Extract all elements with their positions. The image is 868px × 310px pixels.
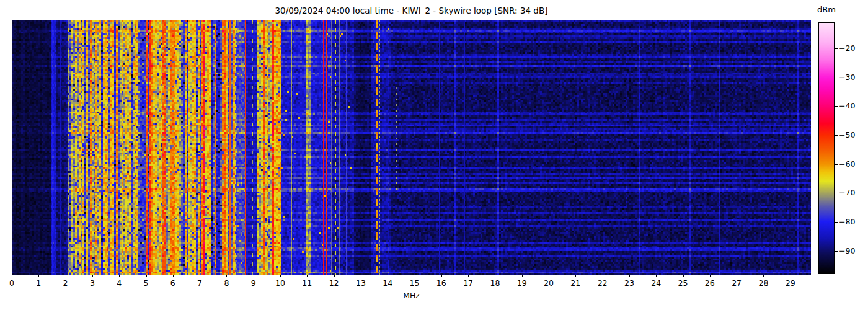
- x-tick-mark: [66, 275, 66, 277]
- x-tick-mark: [763, 275, 764, 277]
- x-axis-spine: [12, 275, 811, 275]
- colorbar-tick-label: −30: [839, 73, 855, 82]
- x-tick-label: 11: [294, 278, 319, 288]
- x-tick-label: 26: [698, 278, 722, 288]
- colorbar-unit-label: dBm: [813, 5, 840, 14]
- x-tick-label: 4: [107, 278, 131, 288]
- colorbar-tick-mark: [835, 164, 838, 165]
- x-axis-label: MHz: [12, 291, 811, 300]
- x-tick-label: 6: [161, 278, 185, 288]
- x-tick-mark: [119, 275, 120, 277]
- x-tick-label: 13: [348, 278, 373, 288]
- x-tick-label: 3: [80, 278, 105, 288]
- x-tick-label: 19: [510, 278, 534, 288]
- x-tick-mark: [495, 275, 495, 277]
- x-tick-mark: [12, 275, 12, 277]
- x-tick-mark: [307, 275, 308, 277]
- x-tick-mark: [146, 275, 147, 277]
- x-tick-mark: [603, 275, 603, 277]
- x-tick-mark: [683, 275, 684, 277]
- x-tick-label: 28: [751, 278, 776, 288]
- colorbar-tick-label: −80: [839, 218, 855, 226]
- x-tick-label: 24: [644, 278, 668, 288]
- x-tick-mark: [226, 275, 227, 277]
- x-tick-mark: [468, 275, 469, 277]
- x-tick-label: 5: [134, 278, 159, 288]
- x-tick-label: 7: [187, 278, 212, 288]
- x-tick-mark: [173, 275, 174, 277]
- x-tick-mark: [522, 275, 523, 277]
- x-tick-mark: [38, 275, 39, 277]
- x-tick-label: 16: [429, 278, 454, 288]
- x-tick-mark: [254, 275, 254, 277]
- colorbar-tick-mark: [835, 78, 838, 78]
- x-tick-label: 25: [671, 278, 696, 288]
- x-tick-mark: [92, 275, 93, 277]
- x-tick-label: 1: [26, 278, 51, 288]
- x-tick-mark: [737, 275, 737, 277]
- colorbar-tick-label: −90: [839, 247, 855, 255]
- x-tick-label: 9: [241, 278, 266, 288]
- x-tick-label: 14: [375, 278, 400, 288]
- x-tick-label: 23: [617, 278, 642, 288]
- colorbar-tick-label: −60: [839, 160, 855, 169]
- x-tick-label: 27: [724, 278, 749, 288]
- x-tick-mark: [415, 275, 415, 277]
- x-tick-mark: [575, 275, 576, 277]
- x-tick-mark: [334, 275, 335, 277]
- x-tick-mark: [629, 275, 630, 277]
- colorbar-tick-label: −70: [839, 188, 855, 197]
- colorbar-tick-mark: [835, 222, 838, 223]
- x-tick-label: 22: [590, 278, 615, 288]
- x-tick-mark: [549, 275, 549, 277]
- x-tick-label: 2: [53, 278, 78, 288]
- colorbar-tick-mark: [835, 251, 838, 252]
- colorbar-tick-label: −40: [839, 102, 855, 110]
- x-tick-label: 0: [0, 278, 24, 288]
- colorbar-tick-mark: [835, 48, 838, 49]
- colorbar-tick-label: −20: [839, 44, 855, 53]
- x-tick-mark: [441, 275, 442, 277]
- x-tick-mark: [710, 275, 711, 277]
- colorbar-tick-mark: [835, 135, 838, 136]
- x-tick-label: 29: [778, 278, 803, 288]
- chart-title: 30/09/2024 04:00 local time - KIWI_2 - S…: [12, 6, 811, 16]
- colorbar-gradient: [818, 22, 835, 274]
- x-tick-mark: [388, 275, 388, 277]
- x-tick-label: 8: [214, 278, 239, 288]
- x-tick-mark: [200, 275, 200, 277]
- x-tick-label: 10: [268, 278, 293, 288]
- x-tick-label: 15: [402, 278, 427, 288]
- x-tick-mark: [656, 275, 657, 277]
- x-tick-mark: [361, 275, 361, 277]
- x-tick-label: 18: [482, 278, 507, 288]
- colorbar-tick-mark: [835, 193, 838, 193]
- x-tick-mark: [280, 275, 281, 277]
- x-tick-label: 20: [536, 278, 561, 288]
- x-tick-label: 21: [563, 278, 588, 288]
- colorbar-tick-mark: [835, 106, 838, 107]
- x-tick-label: 12: [322, 278, 347, 288]
- spectrogram-figure: 30/09/2024 04:00 local time - KIWI_2 - S…: [0, 0, 868, 310]
- x-tick-label: 17: [456, 278, 480, 288]
- waterfall-heatmap-canvas: [12, 20, 811, 275]
- colorbar-tick-label: −50: [839, 131, 855, 140]
- x-tick-mark: [790, 275, 791, 277]
